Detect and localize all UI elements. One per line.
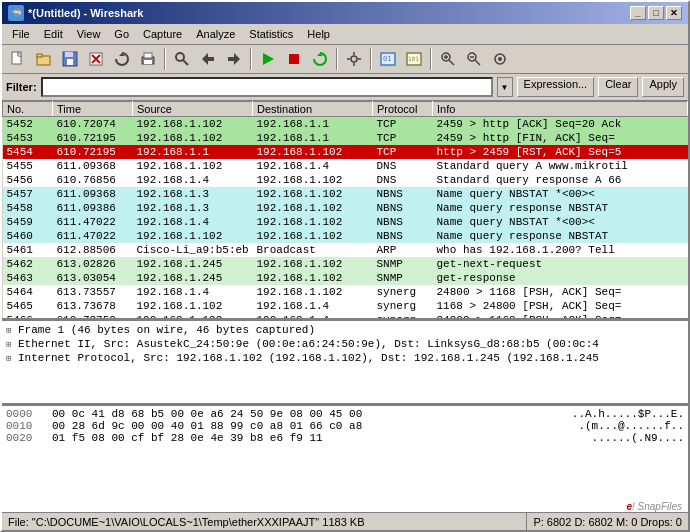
detail-text: Ethernet II, Src: AsustekC_24:50:9e (00:… <box>18 338 599 350</box>
table-row[interactable]: 5454 610.72195 192.168.1.1 192.168.1.102… <box>3 145 688 159</box>
svg-rect-5 <box>65 52 73 57</box>
capture-options-button[interactable] <box>342 47 366 71</box>
separator-5 <box>430 48 432 70</box>
cell-time: 611.47022 <box>53 229 133 243</box>
close-button[interactable]: ✕ <box>666 6 682 20</box>
table-row[interactable]: 5464 613.73557 192.168.1.4 192.168.1.102… <box>3 285 688 299</box>
detail-row[interactable]: ⊞Frame 1 (46 bytes on wire, 46 bytes cap… <box>4 323 686 337</box>
cell-no: 5462 <box>3 257 53 271</box>
menu-file[interactable]: File <box>6 26 36 42</box>
save-button[interactable] <box>58 47 82 71</box>
detail-row[interactable]: ⊞Internet Protocol, Src: 192.168.1.102 (… <box>4 351 686 365</box>
print-button[interactable] <box>136 47 160 71</box>
col-header-source[interactable]: Source <box>133 102 253 117</box>
cell-source: 192.168.1.4 <box>133 285 253 299</box>
hex-ascii: ..A.h.....$P...E. <box>572 408 684 420</box>
svg-rect-12 <box>144 53 152 58</box>
menu-view[interactable]: View <box>71 26 107 42</box>
cell-time: 613.73678 <box>53 299 133 313</box>
cell-protocol: SNMP <box>373 257 433 271</box>
status-packets: P: 6802 D: 6802 M: 0 Drops: 0 <box>527 513 688 530</box>
packet-table-wrapper[interactable]: No. Time Source Destination Protocol Inf… <box>2 101 688 318</box>
zoom-in-button[interactable] <box>436 47 460 71</box>
filter-dropdown-button[interactable]: ▼ <box>497 77 513 97</box>
svg-rect-13 <box>144 60 152 64</box>
separator-4 <box>370 48 372 70</box>
cell-protocol: DNS <box>373 173 433 187</box>
zoom-out-button[interactable] <box>462 47 486 71</box>
cell-time: 613.73752 <box>53 313 133 318</box>
cell-destination: 192.168.1.102 <box>253 229 373 243</box>
cell-source: 192.168.1.102 <box>133 131 253 145</box>
menu-edit[interactable]: Edit <box>38 26 69 42</box>
expander-icon: ⊞ <box>6 353 18 364</box>
cell-info: get-response <box>433 271 688 285</box>
display-hex-button[interactable]: 01 <box>376 47 400 71</box>
hex-row: 0010 00 28 6d 9c 00 00 40 01 88 99 c0 a8… <box>6 420 684 432</box>
detail-row[interactable]: ⊞Ethernet II, Src: AsustekC_24:50:9e (00… <box>4 337 686 351</box>
go-forward-button[interactable] <box>222 47 246 71</box>
table-row[interactable]: 5456 610.76856 192.168.1.4 192.168.1.102… <box>3 173 688 187</box>
table-row[interactable]: 5458 611.09386 192.168.1.3 192.168.1.102… <box>3 201 688 215</box>
table-row[interactable]: 5453 610.72195 192.168.1.102 192.168.1.1… <box>3 131 688 145</box>
cell-protocol: DNS <box>373 159 433 173</box>
cell-no: 5463 <box>3 271 53 285</box>
table-row[interactable]: 5460 611.47022 192.168.1.102 192.168.1.1… <box>3 229 688 243</box>
cell-source: Cisco-Li_a9:b5:eb <box>133 243 253 257</box>
new-button[interactable] <box>6 47 30 71</box>
table-row[interactable]: 5459 611.47022 192.168.1.4 192.168.1.102… <box>3 215 688 229</box>
cell-info: who has 192.168.1.200? Tell <box>433 243 688 257</box>
svg-line-38 <box>475 60 480 65</box>
cell-source: 192.168.1.102 <box>133 313 253 318</box>
col-header-info[interactable]: Info <box>433 102 688 117</box>
cell-source: 192.168.1.102 <box>133 229 253 243</box>
table-row[interactable]: 5452 610.72074 192.168.1.102 192.168.1.1… <box>3 117 688 132</box>
cell-source: 192.168.1.102 <box>133 117 253 132</box>
reload-button[interactable] <box>110 47 134 71</box>
svg-marker-18 <box>234 53 240 65</box>
table-row[interactable]: 5462 613.02826 192.168.1.245 192.168.1.1… <box>3 257 688 271</box>
capture-start-button[interactable] <box>256 47 280 71</box>
minimize-button[interactable]: _ <box>630 6 646 20</box>
cell-destination: 192.168.1.1 <box>253 117 373 132</box>
open-button[interactable] <box>32 47 56 71</box>
find-button[interactable] <box>170 47 194 71</box>
packet-list: No. Time Source Destination Protocol Inf… <box>2 101 688 321</box>
cell-source: 192.168.1.3 <box>133 201 253 215</box>
menu-analyze[interactable]: Analyze <box>190 26 241 42</box>
table-row[interactable]: 5457 611.09368 192.168.1.3 192.168.1.102… <box>3 187 688 201</box>
col-header-destination[interactable]: Destination <box>253 102 373 117</box>
zoom-normal-button[interactable] <box>488 47 512 71</box>
maximize-button[interactable]: □ <box>648 6 664 20</box>
cell-no: 5465 <box>3 299 53 313</box>
table-row[interactable]: 5465 613.73678 192.168.1.102 192.168.1.4… <box>3 299 688 313</box>
cell-destination: 192.168.1.102 <box>253 215 373 229</box>
go-back-button[interactable] <box>196 47 220 71</box>
cell-time: 613.73557 <box>53 285 133 299</box>
status-bar: File: "C:\DOCUME~1\VAIO\LOCALS~1\Temp\et… <box>2 512 688 530</box>
menu-statistics[interactable]: Statistics <box>243 26 299 42</box>
menu-capture[interactable]: Capture <box>137 26 188 42</box>
col-header-no[interactable]: No. <box>3 102 53 117</box>
table-row[interactable]: 5466 613.73752 192.168.1.102 192.168.1.4… <box>3 313 688 318</box>
capture-restart-button[interactable] <box>308 47 332 71</box>
col-header-time[interactable]: Time <box>53 102 133 117</box>
cell-destination: 192.168.1.4 <box>253 159 373 173</box>
col-header-protocol[interactable]: Protocol <box>373 102 433 117</box>
expression-button[interactable]: Expression... <box>517 77 595 97</box>
table-row[interactable]: 5461 612.88506 Cisco-Li_a9:b5:eb Broadca… <box>3 243 688 257</box>
cell-destination: 192.168.1.102 <box>253 173 373 187</box>
close-capture-button[interactable] <box>84 47 108 71</box>
apply-button[interactable]: Apply <box>642 77 684 97</box>
cell-time: 610.72074 <box>53 117 133 132</box>
table-row[interactable]: 5463 613.03054 192.168.1.245 192.168.1.1… <box>3 271 688 285</box>
clear-button[interactable]: Clear <box>598 77 638 97</box>
menu-go[interactable]: Go <box>108 26 135 42</box>
table-row[interactable]: 5455 611.09368 192.168.1.102 192.168.1.4… <box>3 159 688 173</box>
menu-help[interactable]: Help <box>301 26 336 42</box>
packet-details: ⊞Frame 1 (46 bytes on wire, 46 bytes cap… <box>2 321 688 406</box>
display-bits-button[interactable]: 101 <box>402 47 426 71</box>
svg-rect-19 <box>228 57 234 61</box>
filter-input[interactable] <box>41 77 493 97</box>
capture-stop-button[interactable] <box>282 47 306 71</box>
